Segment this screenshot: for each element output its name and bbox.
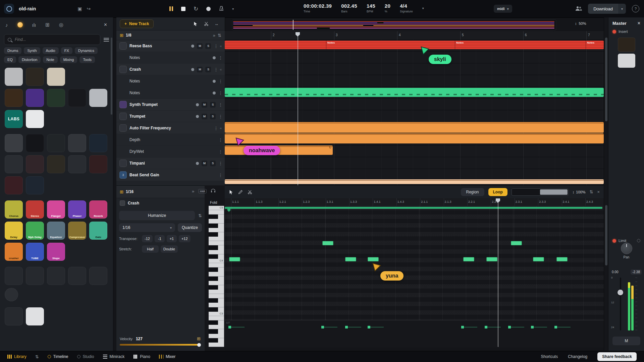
editor-playhead[interactable] bbox=[498, 199, 498, 347]
mute-button[interactable]: M bbox=[202, 102, 207, 108]
track-menu-icon[interactable]: ⋮ bbox=[214, 67, 217, 72]
timeline-grid[interactable]: NotesNotesNotes↻ bbox=[225, 40, 604, 185]
plugin-tile[interactable] bbox=[47, 155, 65, 173]
plugin-tile[interactable] bbox=[47, 134, 65, 152]
piano-roll-grid[interactable] bbox=[225, 206, 604, 320]
track-menu-icon[interactable]: ⋮ bbox=[214, 44, 217, 49]
footer-tab-library[interactable]: Library bbox=[7, 354, 26, 359]
transpose-minus-12-button[interactable]: -12 bbox=[142, 235, 153, 242]
instruments-tab-icon[interactable]: ♪ bbox=[5, 22, 8, 28]
editor-ruler[interactable]: 1.1.11.1.31.2.11.2.31.3.11.3.31.4.11.4.3… bbox=[225, 198, 604, 206]
piano-key-white[interactable] bbox=[209, 272, 224, 276]
clip-beat-send-gain[interactable] bbox=[225, 179, 604, 184]
levels-tab-icon[interactable]: ılı bbox=[32, 22, 36, 28]
project-title[interactable]: old-rain bbox=[19, 6, 36, 11]
editor-zoom[interactable]: ↕ 100% bbox=[573, 190, 586, 194]
velocity-marker[interactable] bbox=[531, 326, 534, 328]
piano-key-white[interactable]: C5 bbox=[209, 206, 224, 210]
list-view-icon[interactable] bbox=[104, 38, 109, 42]
midi-note[interactable] bbox=[322, 241, 333, 245]
new-track-button[interactable]: + New Track bbox=[120, 19, 154, 28]
humanize-settings-icon[interactable]: ⇅ bbox=[198, 213, 202, 218]
track-row-depth[interactable]: Depth⋮ bbox=[116, 134, 225, 145]
track-height-icon[interactable]: ⇅ bbox=[218, 33, 221, 38]
playhead[interactable] bbox=[298, 32, 298, 185]
close-library-icon[interactable]: × bbox=[104, 22, 107, 28]
timeline-ruler[interactable]: 234567 bbox=[225, 31, 604, 40]
mute-button[interactable]: M bbox=[197, 67, 203, 72]
plugin-tile-stereo[interactable]: Stereo bbox=[26, 200, 44, 219]
arrangement-overview[interactable] bbox=[232, 19, 556, 30]
track-row-trumpet[interactable]: TrumpetMS⋮ bbox=[116, 111, 225, 122]
time-display[interactable]: 00:00:02.39Time bbox=[304, 3, 332, 13]
plugin-tile-crusher[interactable]: crusher bbox=[5, 243, 23, 261]
transpose-minus-1-button[interactable]: -1 bbox=[155, 235, 165, 242]
piano-key-white[interactable] bbox=[209, 281, 224, 285]
piano-key-white[interactable] bbox=[209, 228, 224, 232]
piano-key-white[interactable] bbox=[209, 290, 224, 294]
limit-bypass-icon[interactable] bbox=[612, 239, 616, 243]
loops-tab-icon[interactable]: ◎ bbox=[59, 22, 63, 28]
piano-keys[interactable]: C5C4C3 bbox=[209, 206, 224, 347]
plugin-tile-delay[interactable]: Delay bbox=[5, 222, 23, 240]
clip-reese-bass[interactable]: NotesNotesNotes bbox=[225, 41, 604, 49]
select-tool-icon[interactable] bbox=[193, 21, 198, 26]
track-menu-icon[interactable]: ⋮ bbox=[218, 161, 222, 166]
help-button[interactable]: ? bbox=[632, 5, 639, 12]
track-menu-icon[interactable]: ⋮ bbox=[218, 149, 222, 154]
plugin-tile[interactable] bbox=[68, 155, 86, 173]
close-editor-icon[interactable]: × bbox=[597, 189, 600, 194]
filter-chip[interactable]: Audio bbox=[43, 47, 59, 54]
piano-key-white[interactable] bbox=[209, 250, 224, 254]
footer-tab-timeline[interactable]: Timeline bbox=[48, 354, 68, 359]
track-row-synth-trumpet[interactable]: Synth TrumpetMS⋮ bbox=[116, 99, 225, 110]
signature-display[interactable]: 4/4Signature bbox=[400, 3, 413, 13]
filter-chip[interactable]: Synth bbox=[24, 47, 40, 54]
vertical-scrollbar[interactable] bbox=[604, 17, 608, 351]
loop-mode-button[interactable]: Loop bbox=[488, 188, 507, 196]
record-button[interactable] bbox=[206, 7, 211, 11]
collapse-icon[interactable]: « bbox=[220, 68, 222, 71]
midi-device-selector[interactable]: midi ▾ bbox=[494, 5, 512, 13]
velocity-marker[interactable] bbox=[461, 326, 464, 328]
velocity-marker[interactable] bbox=[554, 326, 557, 328]
track-row-timpani[interactable]: TimpaniMS⋮ bbox=[116, 158, 225, 169]
solo-button[interactable]: S bbox=[210, 161, 216, 166]
plugin-tile[interactable] bbox=[89, 155, 107, 173]
plugin-tile-compressor[interactable]: Compressor bbox=[68, 222, 86, 240]
gain-reduction-value[interactable]: -2.38 bbox=[631, 269, 642, 275]
piano-key-black[interactable] bbox=[209, 232, 224, 237]
metronome-chevron-icon[interactable]: ▾ bbox=[232, 7, 234, 11]
piano-key-white[interactable] bbox=[209, 325, 224, 329]
region-handle[interactable] bbox=[227, 209, 230, 212]
filter-chip[interactable]: Note bbox=[43, 56, 57, 63]
pause-button[interactable] bbox=[169, 6, 173, 11]
plugin-tile-tube[interactable]: TUBE bbox=[26, 243, 44, 261]
solo-button[interactable]: S bbox=[205, 43, 211, 49]
velocity-marker[interactable] bbox=[321, 326, 324, 328]
piano-key-white[interactable]: C4 bbox=[209, 259, 224, 263]
plugin-tile[interactable] bbox=[68, 134, 86, 152]
plugin-tile[interactable] bbox=[89, 134, 107, 152]
plugin-tile[interactable] bbox=[26, 155, 44, 173]
scrollbar-thumb[interactable] bbox=[605, 38, 607, 121]
piano-key-black[interactable] bbox=[209, 298, 224, 303]
transpose-plus-1-button[interactable]: +1 bbox=[167, 235, 177, 242]
velocity-slider-knob[interactable] bbox=[197, 343, 201, 347]
plugin-tile-labs[interactable]: LABS bbox=[5, 110, 23, 128]
filter-chip[interactable]: Dynamics bbox=[75, 47, 98, 54]
transpose-plus-12-button[interactable]: +12 bbox=[179, 235, 191, 242]
piano-key-black[interactable] bbox=[209, 224, 224, 228]
plugin-tile[interactable] bbox=[5, 155, 23, 173]
piano-key-black[interactable] bbox=[209, 254, 224, 259]
plugin-tile[interactable] bbox=[26, 307, 44, 325]
scissors-tool-icon[interactable] bbox=[248, 190, 252, 194]
plugin-tile[interactable] bbox=[89, 267, 107, 285]
changelog-link[interactable]: Changelog bbox=[568, 354, 587, 359]
select-tool-icon[interactable] bbox=[229, 190, 233, 194]
plugin-tile[interactable] bbox=[5, 307, 23, 325]
filter-chip[interactable]: FX bbox=[61, 47, 72, 54]
region-bar[interactable] bbox=[225, 207, 602, 209]
sounds-tab-icon[interactable] bbox=[17, 22, 23, 27]
plugin-tile[interactable] bbox=[47, 68, 65, 86]
